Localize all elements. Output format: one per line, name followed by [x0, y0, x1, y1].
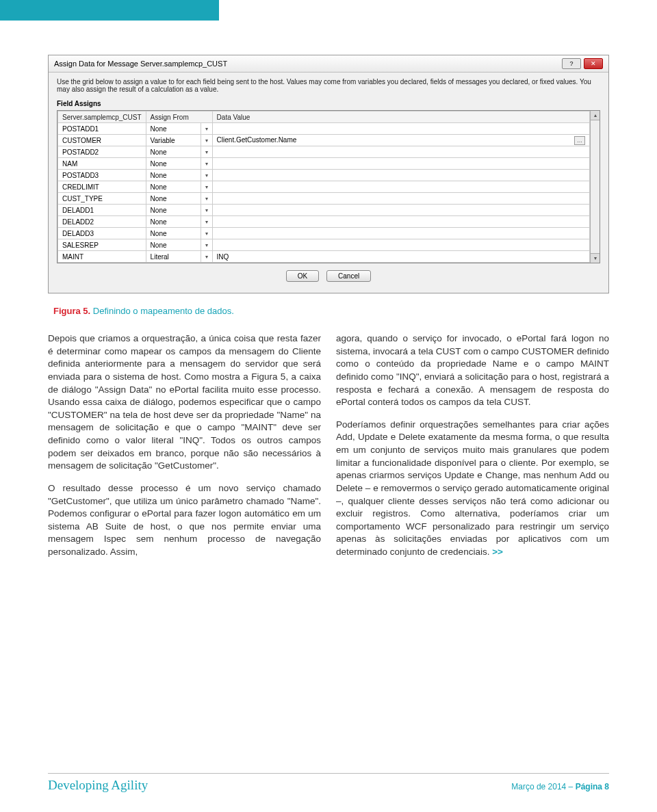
- table-row: CUST_TYPENone▾: [58, 193, 590, 205]
- close-button[interactable]: ✕: [584, 58, 603, 69]
- para-r1: agora, quando o serviço for invocado, o …: [336, 332, 609, 409]
- assign-from-cell[interactable]: None: [146, 228, 201, 239]
- figure-number: Figura 5.: [53, 306, 90, 316]
- dropdown-icon[interactable]: ▾: [201, 216, 212, 228]
- col-header-value[interactable]: Data Value: [212, 112, 589, 123]
- data-value-cell[interactable]: [212, 239, 589, 251]
- col-header-field[interactable]: Server.samplemcp_CUST: [58, 112, 146, 123]
- data-value-cell[interactable]: INQ: [212, 251, 589, 263]
- field-name-cell[interactable]: POSTADD1: [58, 123, 146, 135]
- data-value-cell[interactable]: [212, 193, 589, 205]
- assign-from-cell[interactable]: None: [146, 239, 201, 251]
- table-row: POSTADD3None▾: [58, 170, 590, 181]
- para-r2: Poderíamos definir orquestrações semelha…: [336, 419, 609, 559]
- dialog-title-text: Assign Data for Message Server.samplemcp…: [54, 60, 227, 68]
- ellipsis-button[interactable]: …: [574, 136, 585, 145]
- assign-from-cell[interactable]: None: [146, 205, 201, 216]
- assign-from-cell[interactable]: None: [146, 123, 201, 135]
- assign-data-dialog: Assign Data for Message Server.samplemcp…: [48, 55, 609, 293]
- field-name-cell[interactable]: DELADD3: [58, 228, 146, 239]
- dropdown-icon[interactable]: ▾: [201, 228, 212, 239]
- ok-button[interactable]: OK: [286, 270, 319, 282]
- assign-from-cell[interactable]: None: [146, 158, 201, 170]
- data-value-cell[interactable]: [212, 146, 589, 158]
- footer-title: Developing Agility: [48, 778, 148, 793]
- col-header-assign[interactable]: Assign From: [146, 112, 212, 123]
- field-assigns-grid: Server.samplemcp_CUST Assign From Data V…: [57, 110, 600, 263]
- data-value-cell[interactable]: [212, 205, 589, 216]
- assign-from-cell[interactable]: Variable: [146, 135, 201, 146]
- left-column: Depois que criamos a orquestração, a úni…: [48, 332, 321, 568]
- dropdown-icon[interactable]: ▾: [201, 170, 212, 181]
- field-name-cell[interactable]: CREDLIMIT: [58, 181, 146, 193]
- help-button[interactable]: ?: [562, 58, 581, 69]
- dropdown-icon[interactable]: ▾: [201, 135, 212, 146]
- assign-from-cell[interactable]: None: [146, 146, 201, 158]
- table-row: POSTADD2None▾: [58, 146, 590, 158]
- continue-link[interactable]: >>: [492, 547, 503, 557]
- scroll-down-button[interactable]: ▾: [591, 253, 600, 263]
- data-value-cell[interactable]: [212, 123, 589, 135]
- para-l1: Depois que criamos a orquestração, a úni…: [48, 332, 321, 473]
- footer-date: Março de 2014 –: [511, 782, 575, 791]
- data-value-cell[interactable]: [212, 228, 589, 239]
- assign-from-cell[interactable]: None: [146, 216, 201, 228]
- field-name-cell[interactable]: POSTADD3: [58, 170, 146, 181]
- assign-from-cell[interactable]: None: [146, 181, 201, 193]
- data-value-cell[interactable]: [212, 181, 589, 193]
- dropdown-icon[interactable]: ▾: [201, 146, 212, 158]
- footer-page-info: Março de 2014 – Página 8: [511, 782, 609, 791]
- footer-page-number: Página 8: [576, 782, 609, 791]
- dropdown-icon[interactable]: ▾: [201, 158, 212, 170]
- table-row: DELADD1None▾: [58, 205, 590, 216]
- data-value-cell[interactable]: [212, 158, 589, 170]
- field-name-cell[interactable]: POSTADD2: [58, 146, 146, 158]
- figure-caption: Figura 5. Definindo o mapeamento de dado…: [53, 306, 609, 316]
- field-name-cell[interactable]: CUST_TYPE: [58, 193, 146, 205]
- table-row: CREDLIMITNone▾: [58, 181, 590, 193]
- table-row: POSTADD1None▾: [58, 123, 590, 135]
- dialog-titlebar: Assign Data for Message Server.samplemcp…: [49, 55, 608, 73]
- para-r2-text: Poderíamos definir orquestrações semelha…: [336, 419, 609, 557]
- table-row: CUSTOMERVariable▾Client.GetCustomer.Name…: [58, 135, 590, 146]
- field-name-cell[interactable]: DELADD2: [58, 216, 146, 228]
- table-row: DELADD3None▾: [58, 228, 590, 239]
- dropdown-icon[interactable]: ▾: [201, 123, 212, 135]
- table-row: NAMNone▾: [58, 158, 590, 170]
- page-footer: Developing Agility Março de 2014 – Págin…: [48, 773, 609, 793]
- table-row: MAINTLiteral▾INQ: [58, 251, 590, 263]
- vertical-scrollbar[interactable]: ▴ ▾: [590, 111, 600, 263]
- field-assigns-label: Field Assigns: [57, 100, 600, 107]
- field-name-cell[interactable]: DELADD1: [58, 205, 146, 216]
- dropdown-icon[interactable]: ▾: [201, 193, 212, 205]
- para-l2: O resultado desse processo é um novo ser…: [48, 482, 321, 559]
- dropdown-icon[interactable]: ▾: [201, 205, 212, 216]
- data-value-cell[interactable]: [212, 170, 589, 181]
- assign-from-cell[interactable]: None: [146, 193, 201, 205]
- data-value-cell[interactable]: Client.GetCustomer.Name…: [212, 135, 589, 146]
- dialog-instructions: Use the grid below to assign a value to …: [57, 78, 600, 93]
- table-row: DELADD2None▾: [58, 216, 590, 228]
- field-name-cell[interactable]: SALESREP: [58, 239, 146, 251]
- field-name-cell[interactable]: MAINT: [58, 251, 146, 263]
- data-value-cell[interactable]: [212, 216, 589, 228]
- dropdown-icon[interactable]: ▾: [201, 239, 212, 251]
- dropdown-icon[interactable]: ▾: [201, 251, 212, 263]
- table-row: SALESREPNone▾: [58, 239, 590, 251]
- header-accent-bar: [0, 0, 219, 21]
- figure-caption-text: Definindo o mapeamento de dados.: [90, 306, 234, 316]
- assign-from-cell[interactable]: Literal: [146, 251, 201, 263]
- assign-from-cell[interactable]: None: [146, 170, 201, 181]
- field-name-cell[interactable]: CUSTOMER: [58, 135, 146, 146]
- scroll-up-button[interactable]: ▴: [591, 111, 600, 120]
- right-column: agora, quando o serviço for invocado, o …: [336, 332, 609, 568]
- dropdown-icon[interactable]: ▾: [201, 181, 212, 193]
- field-name-cell[interactable]: NAM: [58, 158, 146, 170]
- cancel-button[interactable]: Cancel: [326, 270, 371, 282]
